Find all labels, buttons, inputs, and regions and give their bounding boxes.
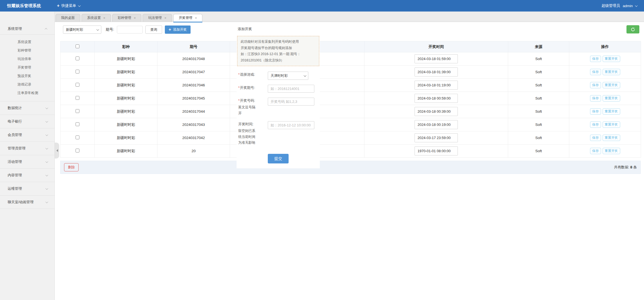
sidebar-group-数据统计[interactable]: 数据统计 (0, 101, 54, 115)
column-header-source: 来源 (508, 41, 569, 52)
query-button[interactable]: 查询 (145, 26, 162, 34)
draw-time-field[interactable] (415, 120, 458, 129)
tab-close-icon[interactable]: × (134, 16, 136, 20)
row-checkbox[interactable] (76, 56, 79, 60)
row-checkbox[interactable] (76, 149, 79, 152)
cell-lottery: 新疆时时彩 (95, 79, 157, 92)
tab-开奖管理[interactable]: 开奖管理× (173, 14, 203, 22)
tab-系统设置[interactable]: 系统设置× (82, 14, 111, 22)
sidebar-group-会员管理[interactable]: 会员管理 (0, 128, 54, 142)
sidebar-group-内容管理[interactable]: 内容管理 (0, 169, 54, 182)
draw-time-field[interactable] (415, 107, 458, 116)
sidebar-submenu: 系统设置彩种管理玩法倍率开奖管理预设开奖游戏记录注单异常检测 (0, 35, 54, 101)
row-checkbox[interactable] (76, 83, 79, 87)
save-button[interactable]: 保存 (590, 148, 601, 154)
sidebar-item-彩种管理[interactable]: 彩种管理 (0, 46, 54, 55)
sidebar: 系统管理系统设置彩种管理玩法倍率开奖管理预设开奖游戏记录注单异常检测数据统计电子… (0, 12, 55, 300)
row-checkbox-cell (61, 92, 95, 105)
username-menu[interactable]: admin (623, 4, 637, 8)
tab-我的桌面[interactable]: 我的桌面 (56, 14, 80, 22)
reset-draw-button[interactable]: 重置开奖 (603, 135, 620, 141)
sidebar-menu: 系统管理系统设置彩种管理玩法倍率开奖管理预设开奖游戏记录注单异常检测数据统计电子… (0, 23, 54, 209)
draw-number-input[interactable] (268, 98, 314, 106)
chevron-down-icon (45, 174, 48, 176)
sidebar-group-管理员管理[interactable]: 管理员管理 (0, 142, 54, 155)
row-checkbox[interactable] (76, 96, 79, 100)
sidebar-group-活动管理[interactable]: 活动管理 (0, 155, 54, 169)
select-all-checkbox[interactable] (76, 44, 79, 48)
row-checkbox[interactable] (76, 70, 79, 73)
cell-time (364, 79, 508, 92)
draw-time-field[interactable] (415, 81, 458, 90)
cell-source: Soft (508, 105, 569, 118)
chevron-down-icon (45, 187, 48, 190)
tab-close-icon[interactable]: × (103, 16, 105, 20)
save-button[interactable]: 保存 (590, 69, 601, 75)
issue-input[interactable] (117, 26, 143, 33)
tab-close-icon[interactable]: × (195, 16, 197, 20)
cell-actions: 保存重置开奖 (569, 131, 641, 145)
save-button[interactable]: 保存 (590, 108, 601, 115)
refresh-button[interactable] (626, 25, 639, 33)
sidebar-item-游戏记录[interactable]: 游戏记录 (0, 80, 54, 89)
field-game-label: *选择游戏: (237, 72, 268, 80)
game-select[interactable]: 天津时时彩 (268, 72, 308, 80)
row-checkbox-cell (61, 79, 95, 92)
sidebar-group-运维管理[interactable]: 运维管理 (0, 182, 54, 196)
field-issue-label: *开奖期号: (237, 85, 268, 93)
cell-source: Soft (508, 118, 569, 131)
sidebar-item-玩法倍率[interactable]: 玩法倍率 (0, 55, 54, 63)
reset-draw-button[interactable]: 重置开奖 (603, 82, 620, 88)
add-draw-button[interactable]: + 添加开奖 (165, 26, 191, 34)
sidebar-item-预设开奖[interactable]: 预设开奖 (0, 72, 54, 80)
sidebar-group-电子银行[interactable]: 电子银行 (0, 115, 54, 128)
lottery-select[interactable]: 新疆时时彩 (63, 26, 101, 34)
row-checkbox[interactable] (76, 135, 79, 139)
quick-menu-button[interactable]: + 快捷菜单 (57, 3, 80, 8)
reset-draw-button[interactable]: 重置开奖 (603, 121, 620, 128)
save-button[interactable]: 保存 (590, 135, 601, 141)
cell-issue: 20 (157, 145, 230, 158)
chevron-down-icon (45, 160, 48, 163)
save-button[interactable]: 保存 (590, 82, 601, 88)
draw-issue-input[interactable] (268, 85, 314, 93)
sidebar-collapse-handle[interactable] (55, 143, 59, 159)
column-header-actions: 操作 (569, 41, 641, 52)
save-button[interactable]: 保存 (590, 56, 601, 62)
collapse-arrow-icon (55, 149, 58, 152)
tab-label: 彩种管理 (118, 16, 131, 20)
field-time: 开奖时间: 留空则已系统当前时间为准无影响 (237, 121, 319, 146)
cell-lottery: 新疆时时彩 (95, 105, 157, 118)
draw-time-field[interactable] (415, 146, 458, 155)
sidebar-item-注单异常检测[interactable]: 注单异常检测 (0, 89, 54, 97)
reset-draw-button[interactable]: 重置开奖 (603, 148, 620, 154)
sidebar-item-开奖管理[interactable]: 开奖管理 (0, 63, 54, 72)
save-button[interactable]: 保存 (590, 95, 601, 101)
draw-time-field[interactable] (415, 94, 458, 103)
reset-draw-button[interactable]: 重置开奖 (603, 69, 620, 75)
sidebar-group-聊天室/动画管理[interactable]: 聊天室/动画管理 (0, 196, 54, 209)
number-hint: 英文逗号隔开 (238, 104, 257, 116)
reset-draw-button[interactable]: 重置开奖 (603, 95, 620, 101)
cell-actions: 保存重置开奖 (569, 145, 641, 158)
submit-button[interactable]: 提交 (268, 154, 289, 163)
delete-button[interactable]: 删除 (64, 163, 79, 171)
reset-draw-button[interactable]: 重置开奖 (603, 56, 620, 62)
sidebar-item-系统设置[interactable]: 系统设置 (0, 38, 54, 46)
tab-close-icon[interactable]: × (164, 16, 166, 20)
field-time-label: 开奖时间: 留空则已系统当前时间为准无影响 (237, 121, 268, 146)
chevron-down-icon (635, 4, 638, 7)
save-button[interactable]: 保存 (590, 121, 601, 128)
draw-time-field[interactable] (415, 133, 458, 142)
draw-time-field[interactable] (415, 67, 458, 77)
row-checkbox[interactable] (76, 109, 79, 113)
reset-draw-button[interactable]: 重置开奖 (603, 108, 620, 115)
draw-time-field[interactable] (415, 54, 458, 63)
draw-time-input[interactable] (268, 121, 314, 129)
cell-time (364, 52, 508, 66)
tab-玩法管理[interactable]: 玩法管理× (143, 14, 172, 22)
row-checkbox[interactable] (76, 122, 79, 126)
cell-source: Soft (508, 52, 569, 66)
tab-彩种管理[interactable]: 彩种管理× (112, 14, 142, 22)
sidebar-group-系统管理[interactable]: 系统管理 (0, 23, 54, 35)
